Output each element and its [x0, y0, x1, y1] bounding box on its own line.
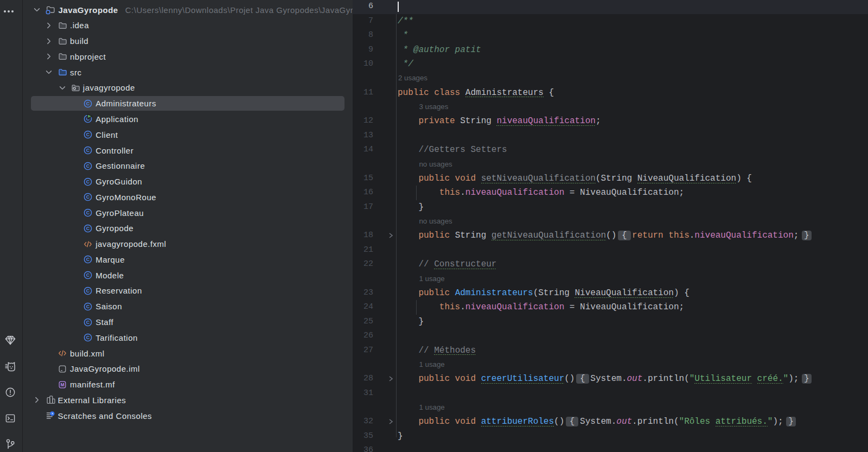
- svg-text:C: C: [86, 226, 90, 231]
- svg-text:C: C: [86, 195, 90, 200]
- svg-text:C: C: [86, 288, 90, 294]
- svg-text:C: C: [86, 179, 90, 184]
- svg-text:C: C: [86, 211, 90, 216]
- svg-text:M: M: [60, 382, 64, 387]
- svg-text:C: C: [86, 163, 90, 169]
- svg-text:C: C: [86, 101, 90, 106]
- svg-text:C: C: [86, 148, 90, 153]
- svg-text:C: C: [86, 335, 90, 341]
- svg-text:C: C: [86, 132, 90, 138]
- svg-text:C: C: [86, 257, 90, 263]
- svg-text:C: C: [86, 273, 90, 278]
- svg-text:C: C: [86, 304, 90, 309]
- svg-text:C: C: [86, 320, 90, 325]
